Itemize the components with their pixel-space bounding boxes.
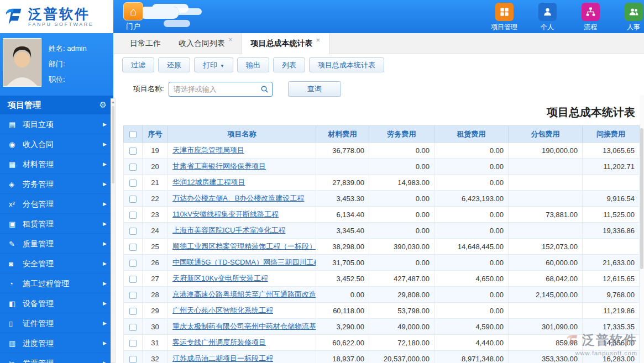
filter-bar: 项目名称: 查询 — [113, 75, 644, 98]
content-scrollbar-right[interactable] — [640, 95, 644, 363]
row-checkbox[interactable] — [129, 228, 137, 235]
search-field-wrap — [169, 82, 273, 97]
column-header[interactable]: 项目名称 — [168, 126, 316, 143]
project-link[interactable]: 华润12城房建工程项目 — [172, 178, 245, 186]
project-link[interactable]: 上海市美容医院ICU手术室净化工程 — [172, 226, 285, 234]
toolbar-button[interactable]: 输出 — [237, 57, 269, 72]
portal-button[interactable]: ⌂ 门户 — [121, 2, 146, 31]
indirect-cost: 13,065.65 — [583, 143, 640, 159]
column-header[interactable]: 材料费用 — [316, 126, 369, 143]
toolbar-button[interactable]: 项目总成本统计表 — [309, 57, 384, 72]
sidebar-item[interactable]: ▣租赁管理▶ — [0, 214, 113, 234]
project-link[interactable]: 110kV安徽线程集变开断线路工程 — [172, 210, 279, 218]
gear-icon[interactable]: ⚙ — [100, 96, 107, 114]
subcontract-cost — [509, 175, 583, 191]
people-icon — [625, 3, 643, 21]
toolbar-button[interactable]: 列表 — [273, 57, 305, 72]
lease-cost: 4,590.00 — [434, 319, 509, 335]
column-header[interactable]: 间接费用 — [583, 126, 640, 143]
row-checkbox[interactable] — [129, 148, 137, 155]
top-nav-item[interactable]: 项目管理 — [488, 3, 520, 32]
top-nav-item[interactable]: 人事 — [617, 3, 644, 32]
tab[interactable]: 日常工作 — [121, 33, 170, 54]
project-link[interactable]: 广州天心苑小区智能化系统工程 — [172, 306, 273, 314]
top-nav-label: 项目管理 — [488, 23, 520, 32]
project-name-input[interactable] — [169, 82, 273, 97]
column-header[interactable]: 分包费用 — [509, 126, 583, 143]
chevron-right-icon: ▶ — [103, 273, 107, 293]
subcontract-cost: 2,145,000.00 — [509, 287, 583, 303]
chevron-right-icon: ▶ — [103, 174, 107, 194]
top-nav: 项目管理个人流程人事 — [488, 3, 644, 32]
project-link[interactable]: 江苏成品油二期项目一标段工程 — [172, 354, 273, 362]
row-checkbox[interactable] — [129, 356, 137, 363]
sidebar-item[interactable]: ✂发票管理▶ — [0, 353, 113, 363]
sidebar-item-label: 收入合同 — [23, 140, 54, 149]
subcontract-cost — [509, 159, 583, 175]
sidebar-item-label: 项目立项 — [23, 120, 54, 129]
scrollbar-thumb[interactable] — [112, 106, 114, 183]
project-name-cell: 重庆太极制药有限公司亳州中药材仓储物流基 — [168, 319, 316, 335]
project-link[interactable]: 重庆太极制药有限公司亳州中药材仓储物流基 — [172, 322, 316, 330]
row-checkbox[interactable] — [129, 276, 137, 283]
row-checkbox[interactable] — [129, 196, 137, 203]
chevron-right-icon: ▶ — [103, 234, 107, 254]
sidebar-item[interactable]: ◈劳务管理▶ — [0, 174, 113, 194]
query-button[interactable]: 查询 — [288, 81, 341, 97]
sidebar-item[interactable]: ◧设备管理▶ — [0, 293, 113, 313]
close-icon[interactable]: × — [228, 35, 233, 44]
search-icon[interactable] — [260, 85, 269, 96]
sidebar-item[interactable]: ◙安全管理▶ — [0, 254, 113, 273]
tab[interactable]: 收入合同列表× — [170, 33, 242, 54]
scroll-up-icon[interactable]: ▲ — [111, 99, 115, 105]
tab[interactable]: 项目总成本统计表× — [242, 33, 330, 54]
logo-subtitle: FANPU SOFTWARE — [28, 22, 93, 27]
toolbar-button[interactable]: 打印▼ — [194, 57, 233, 72]
sidebar-item[interactable]: ▥进度管理▶ — [0, 333, 113, 353]
table-row: 31客运专线广州调度所装修项目60,622.0072,180.004,440.0… — [124, 335, 640, 351]
row-checkbox[interactable] — [129, 292, 137, 299]
chevron-right-icon: ▶ — [103, 254, 107, 273]
indirect-cost: 12,615.65 — [583, 271, 640, 287]
lease-cost: 0.00 — [434, 159, 509, 175]
project-link[interactable]: 天府新区10Kv变电所安装工程 — [172, 274, 268, 282]
toolbar-button[interactable]: 还原 — [158, 57, 190, 72]
column-header[interactable]: 劳务费用 — [369, 126, 434, 143]
report-area: 项目总成本统计表 序号项目名称材料费用劳务费用租赁费用分包费用间接费用 19天津… — [113, 98, 644, 363]
labor-cost: 49,000.00 — [369, 319, 434, 335]
project-link[interactable]: 京港澳高速公路粤境韶关至广州互通路面改造 — [172, 290, 316, 298]
row-checkbox[interactable] — [129, 180, 137, 187]
row-checkbox[interactable] — [129, 340, 137, 347]
row-checkbox[interactable] — [129, 244, 137, 251]
sidebar-item[interactable]: ◉收入合同▶ — [0, 134, 113, 154]
project-link[interactable]: 中国联通5G（TD-SCDMA）网络三期四川工程 — [172, 258, 316, 266]
indirect-cost: 21,633.00 — [583, 255, 640, 271]
sidebar-item[interactable]: ◔施工过程管理▶ — [0, 273, 113, 293]
sidebar-item[interactable]: x²分包管理▶ — [0, 194, 113, 214]
project-link[interactable]: 客运专线广州调度所装修项目 — [172, 338, 266, 346]
select-all-checkbox[interactable] — [129, 131, 137, 138]
top-nav-item[interactable]: 流程 — [574, 3, 606, 32]
project-link[interactable]: 万达办公楼左侧A、B办公楼改造建设工程 — [172, 194, 304, 202]
scrollbar-thumb[interactable] — [640, 128, 643, 269]
sidebar-item[interactable]: ✎质量管理▶ — [0, 234, 113, 254]
project-link[interactable]: 天津市应急管理局项目 — [172, 146, 244, 154]
row-checkbox[interactable] — [129, 164, 137, 171]
subcontract-cost — [509, 223, 583, 239]
row-checkbox[interactable] — [129, 324, 137, 331]
sidebar-item[interactable]: ▯证件管理▶ — [0, 313, 113, 333]
toolbar-button[interactable]: 过滤 — [122, 57, 154, 72]
project-link[interactable]: 顺德工业园区档案管理精装饰工程（一标段） — [172, 242, 316, 250]
close-icon[interactable]: × — [316, 36, 321, 44]
column-header[interactable]: 序号 — [143, 126, 168, 143]
row-checkbox[interactable] — [129, 260, 137, 267]
row-checkbox[interactable] — [129, 212, 137, 219]
project-link[interactable]: 甘肃省工商银行网络保养项目 — [172, 162, 266, 170]
sidebar-item[interactable]: ▤项目立项▶ — [0, 114, 113, 134]
row-checkbox[interactable] — [129, 308, 137, 315]
content-scrollbar-left[interactable]: ▲ — [111, 98, 116, 363]
sidebar-item[interactable]: ▦材料管理▶ — [0, 154, 113, 174]
top-nav-item[interactable]: 个人 — [531, 3, 563, 32]
material-cost: 60,118.00 — [316, 303, 369, 319]
column-header[interactable]: 租赁费用 — [434, 126, 509, 143]
